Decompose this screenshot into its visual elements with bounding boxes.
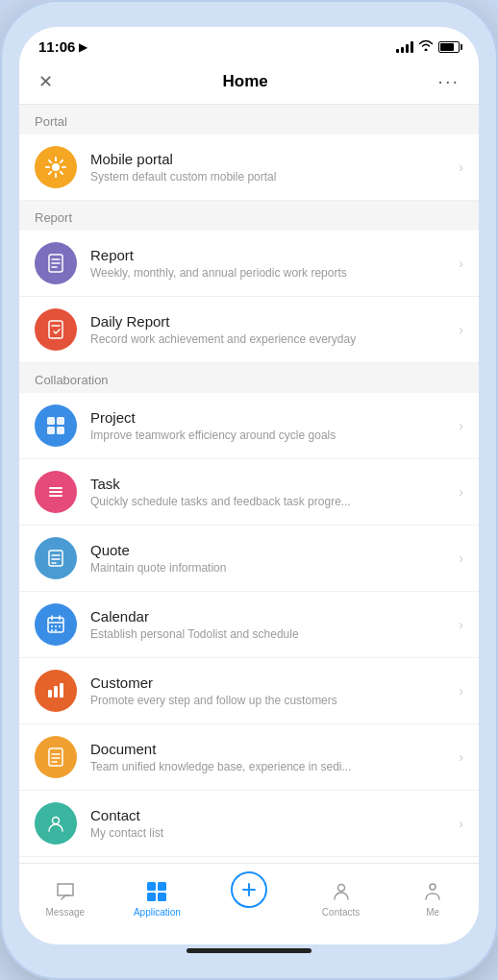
project-icon: [35, 404, 77, 447]
chevron-right-icon: ›: [459, 484, 463, 500]
calendar-title: Calendar: [90, 608, 451, 625]
list-item[interactable]: Report Weekly, monthly, and annual perio…: [19, 231, 479, 297]
svg-point-33: [51, 629, 53, 631]
document-icon: [35, 736, 77, 778]
chevron-right-icon: ›: [459, 322, 463, 337]
list-item[interactable]: Task Quickly schedule tasks and feedback…: [19, 459, 479, 526]
svg-line-6: [61, 172, 62, 174]
contact-icon: [35, 802, 77, 845]
svg-rect-18: [57, 427, 64, 434]
mobile-portal-icon: [35, 146, 77, 188]
tab-message-label: Message: [46, 907, 86, 918]
message-icon: [54, 880, 77, 903]
customer-text: Customer Promote every step and follow u…: [90, 674, 451, 707]
tab-application[interactable]: Application: [112, 880, 204, 918]
svg-rect-17: [47, 427, 55, 434]
svg-point-30: [51, 625, 53, 627]
wifi-icon: [418, 39, 434, 54]
svg-rect-48: [158, 893, 166, 901]
chevron-right-icon: ›: [459, 617, 463, 632]
tab-contacts-label: Contacts: [322, 907, 360, 918]
svg-rect-46: [158, 882, 166, 891]
phone-frame: 11:06 ▶: [0, 0, 498, 980]
status-icons: [396, 39, 460, 54]
daily-report-text: Daily Report Record work achievement and…: [90, 313, 451, 346]
list-item[interactable]: Daily Report Record work achievement and…: [19, 297, 479, 363]
document-desc: Team unified knowledge base, experience …: [90, 760, 360, 773]
svg-point-31: [55, 625, 57, 627]
project-title: Project: [90, 409, 451, 426]
list-item[interactable]: Mobile portal System default custom mobi…: [19, 135, 479, 201]
chevron-right-icon: ›: [459, 551, 463, 566]
tab-add[interactable]: [203, 871, 295, 925]
list-item[interactable]: Lead ›: [19, 857, 479, 863]
customer-desc: Promote every step and follow up the cus…: [90, 694, 360, 707]
project-desc: Improve teamwork efficiency around cycle…: [90, 429, 360, 442]
mobile-portal-desc: System default custom mobile portal: [90, 170, 360, 184]
list-item[interactable]: Quote Maintain quote information ›: [19, 526, 479, 592]
section-header-report: Report: [19, 201, 479, 231]
tab-message[interactable]: Message: [19, 880, 112, 918]
add-button[interactable]: [231, 871, 267, 908]
status-time: 11:06: [38, 38, 75, 55]
svg-rect-13: [49, 321, 62, 338]
more-button[interactable]: ···: [437, 70, 460, 92]
svg-point-42: [53, 818, 60, 824]
svg-rect-45: [147, 882, 156, 891]
mobile-portal-text: Mobile portal System default custom mobi…: [90, 151, 451, 184]
status-bar: 11:06 ▶: [19, 27, 479, 61]
contact-desc: My contact list: [90, 826, 360, 840]
phone-screen: 11:06 ▶: [19, 27, 479, 944]
tab-bar: Message Application: [19, 863, 479, 944]
report-icon: [35, 242, 77, 284]
task-icon: [35, 471, 77, 513]
list-item[interactable]: Calendar Establish personal Todolist and…: [19, 592, 479, 658]
report-desc: Weekly, monthly, and annual periodic wor…: [90, 266, 360, 280]
list-item[interactable]: Contact My contact list ›: [19, 791, 479, 857]
document-text: Document Team unified knowledge base, ex…: [90, 741, 451, 773]
svg-point-52: [430, 884, 436, 890]
svg-point-0: [52, 163, 60, 171]
battery-icon: [438, 41, 460, 53]
content-area: Portal Mobile por: [19, 105, 479, 863]
tab-contacts[interactable]: Contacts: [295, 880, 387, 918]
chevron-right-icon: ›: [459, 816, 463, 831]
location-icon: ▶: [79, 40, 87, 54]
svg-rect-38: [49, 748, 62, 766]
svg-line-8: [49, 172, 51, 174]
svg-rect-37: [60, 683, 63, 698]
list-item[interactable]: Project Improve teamwork efficiency arou…: [19, 393, 479, 459]
report-title: Report: [90, 247, 451, 263]
calendar-desc: Establish personal Todolist and schedule: [90, 627, 360, 641]
svg-rect-47: [147, 893, 156, 901]
list-item[interactable]: Document Team unified knowledge base, ex…: [19, 724, 479, 791]
daily-report-icon: [35, 308, 77, 351]
quote-desc: Maintain quote information: [90, 561, 360, 575]
tab-me-label: Me: [426, 907, 439, 918]
quote-icon: [35, 537, 77, 579]
task-text: Task Quickly schedule tasks and feedback…: [90, 476, 451, 508]
signal-icon: [396, 41, 413, 53]
chevron-right-icon: ›: [459, 418, 463, 433]
customer-title: Customer: [90, 674, 451, 691]
tab-me[interactable]: Me: [386, 880, 479, 918]
project-text: Project Improve teamwork efficiency arou…: [90, 409, 451, 442]
quote-title: Quote: [90, 542, 451, 558]
home-indicator: [187, 948, 311, 953]
svg-point-51: [337, 884, 344, 891]
svg-point-32: [59, 625, 61, 627]
report-text: Report Weekly, monthly, and annual perio…: [90, 247, 451, 280]
calendar-icon: [35, 603, 77, 646]
svg-rect-15: [47, 417, 55, 425]
mobile-portal-title: Mobile portal: [90, 151, 451, 167]
task-title: Task: [90, 476, 451, 492]
calendar-text: Calendar Establish personal Todolist and…: [90, 608, 451, 641]
page-title: Home: [223, 72, 268, 91]
me-icon: [421, 880, 444, 903]
close-button[interactable]: ✕: [38, 71, 53, 92]
chevron-right-icon: ›: [459, 256, 463, 271]
list-item[interactable]: Customer Promote every step and follow u…: [19, 658, 479, 724]
daily-report-title: Daily Report: [90, 313, 451, 330]
chevron-right-icon: ›: [459, 683, 463, 698]
svg-point-34: [55, 629, 57, 631]
